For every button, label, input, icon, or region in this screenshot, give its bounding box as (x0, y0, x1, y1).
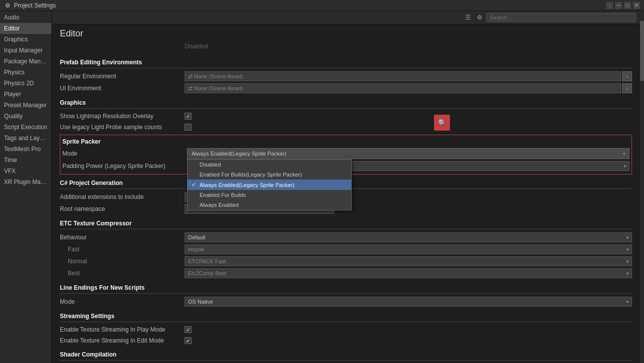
shader-section: Shader Compilation Asynchronous Shader C… (60, 346, 632, 363)
etc-best-value: Etc2Comp Best ▾ (185, 268, 632, 278)
etc-fast-arrow: ▾ (627, 247, 629, 252)
use-legacy-checkbox[interactable] (185, 124, 192, 131)
sprite-packer-mode-label: Mode (62, 150, 187, 157)
scrollbar-thumb[interactable] (640, 21, 644, 81)
root-namespace-label: Root namespace (60, 205, 185, 212)
sidebar-item-input-manager[interactable]: Input Manager (0, 45, 51, 56)
content-area: ☰ ⚙ Editor Disabled Prefab Editing Envir… (52, 11, 640, 363)
main-container: Audio Editor Graphics Input Manager Pack… (0, 11, 644, 363)
settings-btn[interactable]: ⚙ (475, 13, 484, 22)
etc-fast-value: etcpak ▾ (185, 244, 632, 254)
show-lightmap-row: Show Lightmap Resolution Overlay (60, 111, 632, 122)
title-bar: ⚙ Project Settings ⋮ ─ □ ✕ (0, 0, 644, 11)
enable-texture-edit-row: Enable Texture Streaming In Edit Mode (60, 335, 632, 346)
line-endings-mode-dropdown[interactable]: OS Native ▾ (185, 297, 632, 307)
right-scrollbar[interactable] (640, 11, 644, 363)
enable-texture-play-checkbox[interactable] (185, 326, 192, 333)
line-endings-section: Line Endings For New Scripts Mode OS Nat… (60, 279, 632, 308)
sidebar-item-vfx[interactable]: VFX (0, 166, 51, 177)
sidebar-item-tags-layers[interactable]: Tags and Layers (0, 133, 51, 144)
etc-fast-row: Fast etcpak ▾ (60, 243, 632, 255)
regular-environment-value: ⇄ None (Scene Asset) ○ (185, 71, 632, 81)
close-btn[interactable]: ✕ (633, 2, 640, 9)
graphics-section: Graphics Show Lightmap Resolution Overla… (60, 94, 632, 133)
sidebar-item-graphics[interactable]: Graphics (0, 34, 51, 45)
etc-normal-label: Normal (60, 258, 185, 265)
line-endings-mode-row: Mode OS Native ▾ (60, 296, 632, 308)
filter-btn[interactable]: ☰ (463, 13, 473, 22)
sprite-packer-dropdown-list: Disabled Enabled For Builds(Legacy Sprit… (187, 159, 352, 210)
prefab-editing-section: Prefab Editing Environments Regular Envi… (60, 54, 632, 94)
use-legacy-row: Use legacy Light Probe sample counts (60, 122, 632, 133)
regular-environment-dropdown[interactable]: ⇄ None (Scene Asset) (185, 71, 621, 81)
sidebar-item-package-manager[interactable]: Package Manag... (0, 56, 51, 67)
sidebar-item-time[interactable]: Time (0, 155, 51, 166)
three-dots-btn[interactable]: ⋮ (606, 2, 613, 9)
sidebar-item-audio[interactable]: Audio (0, 12, 51, 23)
etc-normal-dropdown[interactable]: ETCPACK Fast ▾ (185, 256, 632, 266)
show-lightmap-label: Show Lightmap Resolution Overlay (60, 113, 185, 120)
etc-behaviour-dropdown[interactable]: Default ▾ (185, 232, 632, 242)
sprite-packer-mode-row: Mode Always Enabled(Legacy Sprite Packer… (62, 147, 630, 160)
check-mark-always-legacy: ✓ (192, 182, 200, 188)
enable-texture-play-label: Enable Texture Streaming In Play Mode (60, 326, 185, 333)
sidebar: Audio Editor Graphics Input Manager Pack… (0, 11, 52, 363)
line-endings-arrow: ▾ (627, 300, 629, 304)
scroll-content[interactable]: Disabled Prefab Editing Environments Reg… (52, 41, 640, 363)
ui-environment-value: ⇄ None (Scene Asset) ○ (185, 83, 632, 93)
etc-best-dropdown[interactable]: Etc2Comp Best ▾ (185, 268, 632, 278)
title-bar-text: Project Settings (14, 2, 606, 9)
padding-dropdown-arrow: ▾ (624, 164, 626, 169)
content-header: ☰ ⚙ (52, 11, 640, 24)
title-bar-controls: ⋮ ─ □ ✕ (606, 2, 640, 9)
padding-power-label: Padding Power (Legacy Sprite Packer) (62, 163, 187, 170)
streaming-header: Streaming Settings (60, 308, 632, 322)
etc-behaviour-value: Default ▾ (185, 232, 632, 242)
dropdown-item-disabled[interactable]: Disabled (188, 160, 351, 170)
additional-extensions-label: Additional extensions to include (60, 193, 185, 200)
sidebar-item-xr-plugin[interactable]: XR Plugin Mana... (0, 177, 51, 187)
sidebar-item-physics2d[interactable]: Physics 2D (0, 78, 51, 89)
etc-normal-row: Normal ETCPACK Fast ▾ (60, 255, 632, 267)
dropdown-item-always-enabled[interactable]: Always Enabled (188, 200, 351, 210)
use-legacy-value (185, 124, 632, 131)
regular-environment-label: Regular Environment (60, 73, 185, 80)
maximize-btn[interactable]: □ (624, 2, 631, 9)
show-lightmap-checkbox[interactable] (185, 113, 192, 120)
title-bar-icon: ⚙ (4, 2, 11, 9)
sidebar-item-quality[interactable]: Quality (0, 111, 51, 122)
enable-texture-play-value (185, 326, 632, 333)
search-input[interactable] (486, 13, 636, 22)
page-title: Editor (52, 24, 640, 41)
dropdown-item-enabled-builds[interactable]: Enabled For Builds (188, 190, 351, 200)
sidebar-item-preset-manager[interactable]: Preset Manager (0, 100, 51, 111)
dropdown-item-always-legacy[interactable]: ✓ Always Enabled(Legacy Sprite Packer) (188, 180, 351, 190)
regular-environment-circle-btn[interactable]: ○ (622, 71, 632, 81)
sidebar-item-script-execution[interactable]: Script Execution (0, 122, 51, 133)
dropdown-arrow-icon: ▾ (623, 152, 625, 156)
enable-texture-edit-checkbox[interactable] (185, 337, 192, 344)
search-icon-btn[interactable]: 🔍 (434, 115, 450, 131)
sidebar-item-player[interactable]: Player (0, 89, 51, 100)
streaming-section: Streaming Settings Enable Texture Stream… (60, 308, 632, 346)
disabled-label: Disabled (60, 41, 632, 52)
graphics-header: Graphics (60, 94, 632, 109)
minimize-btn[interactable]: ─ (615, 2, 622, 9)
enable-texture-edit-label: Enable Texture Streaming In Edit Mode (60, 337, 185, 344)
sidebar-item-textmesh-pro[interactable]: TextMesh Pro (0, 144, 51, 155)
shader-header: Shader Compilation (60, 346, 632, 361)
ui-environment-circle-btn[interactable]: ○ (622, 83, 632, 93)
ui-environment-dropdown[interactable]: ⇄ None (Scene Asset) (185, 83, 621, 93)
disabled-text: Disabled (185, 43, 208, 50)
sidebar-item-editor[interactable]: Editor (0, 23, 51, 34)
enable-texture-play-row: Enable Texture Streaming In Play Mode (60, 324, 632, 335)
sidebar-item-physics[interactable]: Physics (0, 67, 51, 78)
etc-best-arrow: ▾ (627, 271, 629, 276)
search-icon: 🔍 (438, 119, 446, 127)
dropdown-item-enabled-builds-legacy[interactable]: Enabled For Builds(Legacy Sprite Packer) (188, 170, 351, 180)
prefab-editing-header: Prefab Editing Environments (60, 54, 632, 68)
etc-best-row: Best Etc2Comp Best ▾ (60, 267, 632, 279)
etc-fast-dropdown[interactable]: etcpak ▾ (185, 244, 632, 254)
sprite-packer-section: Sprite Packer Mode Always Enabled(Legacy… (60, 135, 632, 175)
sprite-packer-mode-dropdown[interactable]: Always Enabled(Legacy Sprite Packer) ▾ (187, 148, 630, 159)
